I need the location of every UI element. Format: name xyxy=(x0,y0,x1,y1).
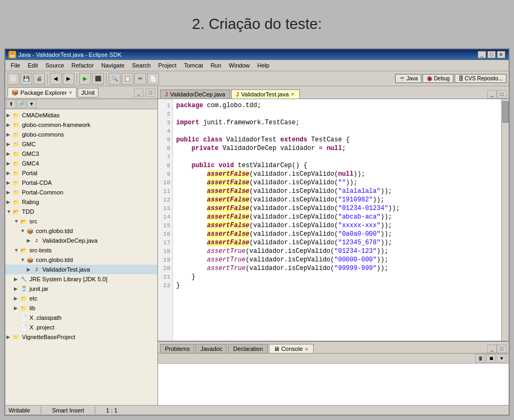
menu-tomcat[interactable]: Tomcat xyxy=(181,61,206,70)
tree-item-rating[interactable]: ▶ 📁 Rating xyxy=(5,197,157,207)
tree-item-junit-jar[interactable]: ▶ 🫙 junit.jar xyxy=(5,284,157,294)
line-numbers: 12345 678910 1112131415 1617181920 2122 xyxy=(158,99,173,341)
menu-help[interactable]: Help xyxy=(254,61,273,70)
folder-icon: 📁 xyxy=(12,111,20,119)
editor-tabs: J ValidadorDeCep.java J ValidadorTest.ja… xyxy=(158,86,509,99)
link-editor-btn[interactable]: 🔗 xyxy=(17,100,26,108)
console-content xyxy=(158,364,509,405)
editor-minimize-btn[interactable]: _ xyxy=(487,90,497,99)
tree-item-portal-cda[interactable]: ▶ 📁 Portal-CDA xyxy=(5,178,157,188)
toolbar-debug-btn[interactable]: ⬛ xyxy=(92,73,104,85)
tree-item-gmc4[interactable]: ▶ 📁 GMC4 xyxy=(5,159,157,168)
close-button[interactable]: ✕ xyxy=(497,51,505,58)
perspective-cvs[interactable]: 🗄 CVS Reposito... xyxy=(455,74,507,83)
toolbar-paste-btn[interactable]: 📄 xyxy=(147,73,159,85)
package-explorer-close[interactable]: ✕ xyxy=(69,90,73,95)
tree-item-validador-decep[interactable]: ▶ J ValidadorDeCep.java xyxy=(5,236,157,245)
collapse-all-btn[interactable]: ⬆ xyxy=(6,100,16,108)
tree-item-gmc3[interactable]: ▶ 📁 GMC3 xyxy=(5,149,157,159)
left-panel-toolbar: ⬆ 🔗 ▼ xyxy=(5,99,157,109)
tree-item-com-globo-tdd[interactable]: ▼ 📦 com.globo.tdd xyxy=(5,226,157,236)
tree-item-jre[interactable]: ▶ 🔧 JRE System Library [JDK 5.0] xyxy=(5,274,157,284)
tree-item-tdd[interactable]: ▼ 📂 TDD xyxy=(5,207,157,216)
toolbar-search-btn[interactable]: 🔍 xyxy=(109,73,120,85)
panel-menu-btn[interactable]: ▼ xyxy=(27,100,36,108)
folder-icon: 📁 xyxy=(12,333,20,341)
scrollbar-thumb[interactable] xyxy=(502,101,509,123)
menu-file[interactable]: File xyxy=(7,61,24,70)
bottom-tabs: Problems Javadoc Declaration 🖥 Console ✕… xyxy=(158,342,509,354)
console-close-icon[interactable]: ✕ xyxy=(305,347,309,352)
toolbar-print-btn[interactable]: 🖨 xyxy=(33,73,45,85)
tree-item-validador-test[interactable]: ▶ J ValidadorTest.java xyxy=(5,265,157,274)
clear-console-btn[interactable]: 🗑 xyxy=(475,354,485,363)
tree-item-lib[interactable]: ▶ 📁 lib xyxy=(5,303,157,313)
editor-scrollbar[interactable] xyxy=(501,99,509,341)
maximize-button[interactable]: □ xyxy=(487,51,496,58)
tree-item-classpath[interactable]: 📄 X .classpath xyxy=(5,313,157,322)
java-tab-icon: J xyxy=(236,92,239,98)
perspective-java[interactable]: ☕ Java xyxy=(395,74,421,83)
tree-item-project[interactable]: 📄 X .project xyxy=(5,322,157,332)
panel-minimize-btn[interactable]: _ xyxy=(134,88,143,97)
tab-problems[interactable]: Problems xyxy=(160,344,194,353)
tree-item-portal[interactable]: ▶ 📁 Portal xyxy=(5,168,157,178)
menu-source[interactable]: Source xyxy=(42,61,67,70)
tree-item-portal-common[interactable]: ▶ 📁 Portal-Common xyxy=(5,188,157,197)
menu-window[interactable]: Window xyxy=(225,61,253,70)
menu-search[interactable]: Search xyxy=(129,61,154,70)
tab-javadoc[interactable]: Javadoc xyxy=(195,344,227,353)
page-title: 2. Criação do teste: xyxy=(192,16,322,33)
editor-maximize-btn[interactable]: □ xyxy=(497,90,507,99)
tab-junit[interactable]: JUnit xyxy=(78,88,99,98)
perspective-debug[interactable]: 🐞 Debug xyxy=(422,74,453,83)
toolbar-copy-btn[interactable]: 📋 xyxy=(122,73,133,85)
menu-run[interactable]: Run xyxy=(207,61,224,70)
menu-navigate[interactable]: Navigate xyxy=(98,61,127,70)
expand-icon: ▶ xyxy=(6,112,12,118)
expand-icon: ▶ xyxy=(6,170,12,176)
tab-package-explorer[interactable]: 📦 Package Explorer ✕ xyxy=(7,87,77,98)
tree-item-com-globo-tdd-tests[interactable]: ▼ 📦 com.globo.tdd xyxy=(5,255,157,265)
tab-validador-decep[interactable]: J ValidadorDeCep.java xyxy=(160,89,230,99)
tab-console[interactable]: 🖥 Console ✕ xyxy=(269,344,313,353)
panel-maximize-btn[interactable]: □ xyxy=(146,88,155,97)
bottom-maximize-btn[interactable]: □ xyxy=(497,344,507,353)
folder-icon: 📂 xyxy=(19,217,28,226)
folder-icon: 📁 xyxy=(12,140,20,148)
menu-project[interactable]: Project xyxy=(155,61,179,70)
toolbar-run-btn[interactable]: ▶ xyxy=(79,73,91,85)
code-editor[interactable]: package com.globo.tdd; import junit.fram… xyxy=(173,99,501,341)
tree-item-globo-common[interactable]: ▶ 📁 globo-common-framework xyxy=(5,120,157,130)
folder-icon: 📁 xyxy=(12,159,20,168)
folder-icon: 📁 xyxy=(12,198,20,206)
toolbar-cut-btn[interactable]: ✂ xyxy=(134,73,146,85)
tab-close-icon[interactable]: ✕ xyxy=(291,92,295,97)
tab-validador-test[interactable]: J ValidadorTest.java ✕ xyxy=(231,89,300,99)
console-menu-btn[interactable]: ▼ xyxy=(497,354,507,363)
toolbar-back-btn[interactable]: ◀ xyxy=(50,73,62,85)
window-controls: _ □ ✕ xyxy=(478,51,505,58)
tree-item-src[interactable]: ▼ 📂 src xyxy=(5,216,157,226)
bottom-minimize-btn[interactable]: _ xyxy=(487,344,497,353)
java-icon: ☕ xyxy=(399,76,405,81)
terminate-btn[interactable]: ⏹ xyxy=(486,354,496,363)
left-panel: 📦 Package Explorer ✕ JUnit _ □ ⬆ 🔗 ▼ xyxy=(5,86,158,405)
minimize-button[interactable]: _ xyxy=(478,51,486,58)
tree-item-gmc[interactable]: ▶ 📁 GMC xyxy=(5,139,157,149)
tree-area: ▶ 📁 CMADeMidias ▶ 📁 globo-common-framewo… xyxy=(5,109,157,405)
tab-declaration[interactable]: Declaration xyxy=(228,344,268,353)
tree-item-vignette[interactable]: ▶ 📁 VignetteBaseProject xyxy=(5,332,157,342)
tree-item-cmademidias[interactable]: ▶ 📁 CMADeMidias xyxy=(5,110,157,120)
status-separator-1 xyxy=(41,407,41,414)
toolbar-save-btn[interactable]: 💾 xyxy=(20,73,32,85)
file-icon: 📄 xyxy=(19,313,28,322)
toolbar-forward-btn[interactable]: ▶ xyxy=(63,73,74,85)
toolbar-new-btn[interactable]: ⬜ xyxy=(7,73,19,85)
tree-item-etc[interactable]: ▶ 📁 etc xyxy=(5,294,157,303)
tree-item-src-tests[interactable]: ▼ 📂 src-tests xyxy=(5,245,157,255)
menu-edit[interactable]: Edit xyxy=(25,61,41,70)
menu-refactor[interactable]: Refactor xyxy=(69,61,97,70)
right-panel: J ValidadorDeCep.java J ValidadorTest.ja… xyxy=(158,86,509,405)
tree-item-globo-commons[interactable]: ▶ 📁 globo-commons xyxy=(5,130,157,139)
